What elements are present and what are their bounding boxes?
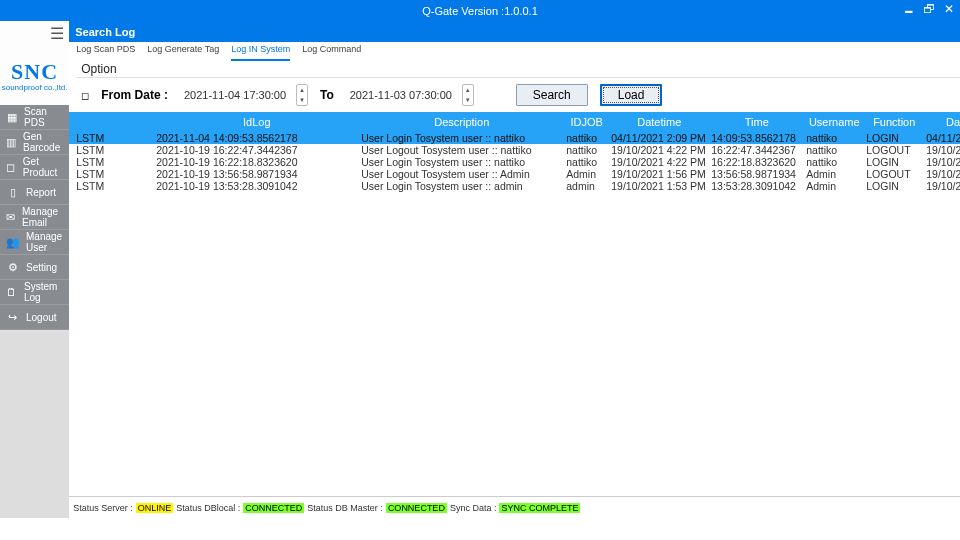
sidebar-item-label: System Log <box>24 281 63 303</box>
col-idlog: IdLog <box>154 116 359 128</box>
status-dblocal-value: CONNECTED <box>243 503 304 513</box>
cell: 16:22:18.8323620 <box>709 156 804 168</box>
to-label: To <box>320 88 334 102</box>
cell: LOGOUT <box>864 168 924 180</box>
cell: 2021-10-19 13:56:58.9871934 <box>154 168 359 180</box>
cell: User Login Tosystem user :: nattiko <box>359 156 564 168</box>
cell: LSTM <box>69 180 154 192</box>
cell: 19/10/2021 4:22 PM <box>924 144 960 156</box>
hamburger-icon[interactable]: ☰ <box>0 21 69 45</box>
to-date-input[interactable] <box>346 84 461 106</box>
status-server-label: Status Server : <box>73 503 133 513</box>
table-row[interactable]: LSTM2021-10-19 13:56:58.9871934User Logo… <box>69 168 960 180</box>
status-sync-value: SYNC COMPLETE <box>499 503 580 513</box>
cell: nattiko <box>804 132 864 144</box>
cell: 19/10/2021 4:22 PM <box>924 156 960 168</box>
cell: 13:53:28.3091042 <box>709 180 804 192</box>
main-panel: Search Log Log Scan PDSLog Generate TagL… <box>69 21 960 518</box>
sidebar-item-label: Logout <box>26 312 57 323</box>
table-row[interactable]: LSTM2021-11-04 14:09:53.8562178User Logi… <box>69 132 960 144</box>
logout-icon: ↪ <box>6 311 19 324</box>
brand-subtitle: soundproof co.,ltd. <box>2 83 68 92</box>
cell: nattiko <box>564 156 609 168</box>
cell: LOGIN <box>864 180 924 192</box>
sidebar-item-scan-pds[interactable]: ▦Scan PDS <box>0 105 69 130</box>
cell: 04/11/2021 2:09 PM <box>924 132 960 144</box>
cell: 04/11/2021 2:09 PM <box>609 132 709 144</box>
table-row[interactable]: LSTM2021-10-19 16:22:47.3442367User Logo… <box>69 144 960 156</box>
status-sync-label: Sync Data : <box>450 503 497 513</box>
from-date-checkbox[interactable]: ◻ <box>81 90 89 101</box>
minimize-icon[interactable]: 🗕 <box>902 2 916 16</box>
tab-2[interactable]: Log IN System <box>231 44 290 61</box>
cell: LOGIN <box>864 132 924 144</box>
users-icon: 👥 <box>6 236 19 249</box>
cell: 16:22:47.3442367 <box>709 144 804 156</box>
sidebar-item-setting[interactable]: ⚙Setting <box>0 255 69 280</box>
cell: 14:09:53.8562178 <box>709 132 804 144</box>
cell: 19/10/2021 1:56 PM <box>609 168 709 180</box>
sidebar-item-manage-user[interactable]: 👥Manage User <box>0 230 69 255</box>
titlebar: Q-Gate Version :1.0.0.1 🗕 🗗 ✕ <box>0 0 960 21</box>
cell: LOGOUT <box>864 144 924 156</box>
cell: 19/10/2021 1:53 PM <box>924 180 960 192</box>
option-label: Option <box>69 61 960 77</box>
sidebar-item-logout[interactable]: ↪Logout <box>0 305 69 330</box>
table-body: LSTM2021-11-04 14:09:53.8562178User Logi… <box>69 132 960 192</box>
status-dbmaster-label: Status DB Master : <box>307 503 383 513</box>
sidebar-item-label: Report <box>26 187 56 198</box>
sidebar-item-system-log[interactable]: 🗒System Log <box>0 280 69 305</box>
cell: Admin <box>804 180 864 192</box>
cell: nattiko <box>804 144 864 156</box>
gear-icon: ⚙ <box>6 261 19 274</box>
clip-icon: 🗒 <box>6 286 17 299</box>
from-date-spinner[interactable]: ▲▼ <box>296 84 308 106</box>
col-time: Time <box>709 116 804 128</box>
panel-title: Search Log <box>69 21 960 42</box>
box-icon: ◻ <box>6 161 16 174</box>
cell: 19/10/2021 1:53 PM <box>609 180 709 192</box>
cell: 2021-10-19 16:22:18.8323620 <box>154 156 359 168</box>
col-username: Username <box>804 116 864 128</box>
col-idjob: IDJOB <box>564 116 609 128</box>
sidebar-item-label: Get Product <box>23 156 63 178</box>
sidebar-item-report[interactable]: ▯Report <box>0 180 69 205</box>
sidebar-item-label: Manage Email <box>22 206 63 228</box>
sidebar-item-label: Setting <box>26 262 57 273</box>
sidebar: ☰ SNC soundproof co.,ltd. ▦Scan PDS▥Gen … <box>0 21 69 518</box>
cell: User Logout Tosystem user :: nattiko <box>359 144 564 156</box>
cell: nattiko <box>564 144 609 156</box>
cell: Admin <box>804 168 864 180</box>
cell: 2021-10-19 13:53:28.3091042 <box>154 180 359 192</box>
table-row[interactable]: LSTM2021-10-19 16:22:18.8323620User Logi… <box>69 156 960 168</box>
cell: 19/10/2021 4:22 PM <box>609 144 709 156</box>
table-header: IdLog Description IDJOB Datetime Time Us… <box>69 112 960 132</box>
load-button[interactable]: Load <box>600 84 663 106</box>
app-title: Q-Gate Version :1.0.0.1 <box>422 5 538 17</box>
col-function: Function <box>864 116 924 128</box>
table-row[interactable]: LSTM2021-10-19 13:53:28.3091042User Logi… <box>69 180 960 192</box>
mail-icon: ✉ <box>6 211 15 224</box>
search-button[interactable]: Search <box>516 84 588 106</box>
status-bar: Status Server : ONLINE Status DBlocal : … <box>69 496 960 518</box>
close-icon[interactable]: ✕ <box>942 2 956 16</box>
status-dbmaster-value: CONNECTED <box>386 503 447 513</box>
sidebar-item-get-product[interactable]: ◻Get Product <box>0 155 69 180</box>
sidebar-item-manage-email[interactable]: ✉Manage Email <box>0 205 69 230</box>
cell: 2021-10-19 16:22:47.3442367 <box>154 144 359 156</box>
from-date-label: From Date : <box>101 88 168 102</box>
tab-1[interactable]: Log Generate Tag <box>147 44 219 61</box>
sidebar-item-gen-barcode[interactable]: ▥Gen Barcode <box>0 130 69 155</box>
col-datetime: Datetime <box>609 116 709 128</box>
maximize-icon[interactable]: 🗗 <box>922 2 936 16</box>
cell: User Login Tosystem user :: admin <box>359 180 564 192</box>
cell: 19/10/2021 1:56 PM <box>924 168 960 180</box>
to-date-spinner[interactable]: ▲▼ <box>462 84 474 106</box>
cell: nattiko <box>804 156 864 168</box>
cell: LSTM <box>69 168 154 180</box>
tab-3[interactable]: Log Command <box>302 44 361 61</box>
cell: 19/10/2021 4:22 PM <box>609 156 709 168</box>
from-date-input[interactable] <box>180 84 295 106</box>
cell: admin <box>564 180 609 192</box>
tab-0[interactable]: Log Scan PDS <box>76 44 135 61</box>
